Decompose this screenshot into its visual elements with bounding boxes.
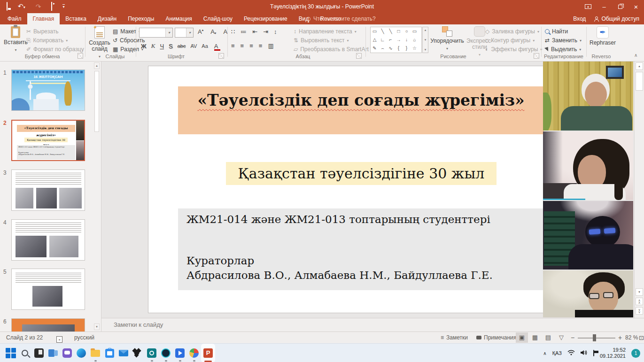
arc-shape-icon[interactable]: ⌢ — [379, 44, 387, 53]
down-arrow-shape-icon[interactable]: ↓ — [403, 36, 411, 44]
zoom-slider-track[interactable] — [578, 338, 615, 339]
tab-design[interactable]: Дизайн — [92, 13, 122, 24]
minimize-button[interactable]: – — [596, 0, 612, 13]
ellipse-shape-icon[interactable]: ○ — [403, 27, 411, 36]
thumbnail-slide-4[interactable] — [11, 219, 85, 261]
drawing-dialog-launcher[interactable]: ⋱ — [534, 53, 539, 59]
right-arrow-shape-icon[interactable]: → — [395, 36, 403, 44]
share-button[interactable]: Общий доступ — [594, 15, 639, 22]
taskbar-dropbox-button[interactable] — [131, 344, 145, 362]
taskbar-store-button[interactable] — [102, 344, 116, 362]
home-shape-icon[interactable]: ⌂ — [411, 36, 419, 44]
start-button[interactable] — [4, 344, 18, 362]
shapes-gallery[interactable]: ▭╲╲□○▭ △∟⌐→↓⌂ ✎⌢∿{}☆ — [370, 27, 422, 53]
scroll-down-button[interactable]: ▾ — [94, 323, 100, 330]
elbow-arrow-shape-icon[interactable]: ⌐ — [387, 36, 395, 44]
character-spacing-button[interactable]: AV — [190, 43, 197, 49]
taskbar-app-dark[interactable] — [32, 344, 46, 362]
task-view-button[interactable] — [46, 344, 60, 362]
slideshow-view-button[interactable]: ▽ — [555, 332, 567, 343]
taskbar-clock[interactable]: 19:52 09.12.2021 — [600, 347, 626, 359]
taskbar-webex-button[interactable] — [159, 344, 173, 362]
slide-scrollbar[interactable]: ▴ ▾ ∧∧ ∨∨ — [634, 62, 644, 318]
format-painter-button[interactable]: ✐Формат по образцу — [26, 46, 84, 53]
keyboard-language[interactable]: ҚАЗ — [552, 350, 562, 356]
thumbnail-slide-5[interactable] — [11, 269, 85, 310]
numbering-button[interactable]: ≔ — [241, 28, 247, 35]
webcam-feed-1[interactable] — [543, 62, 633, 131]
taskbar-search-button[interactable] — [18, 344, 32, 362]
thumbnail-scrollbar[interactable]: ▴ ▾ — [94, 62, 100, 331]
language-indicator[interactable]: русский — [74, 332, 94, 343]
elbow-shape-icon[interactable]: ∟ — [379, 36, 387, 44]
convert-smartart-button[interactable]: ▱Преобразовать в SmartArt▾ — [294, 46, 373, 53]
zoom-level[interactable]: 82 % — [625, 332, 638, 343]
spell-check-button[interactable]: × — [56, 332, 62, 343]
taskbar-paint3d-button[interactable] — [187, 344, 201, 362]
tab-transitions[interactable]: Переходы — [122, 13, 160, 24]
reading-view-button[interactable]: ▤ — [542, 332, 554, 343]
left-brace-shape-icon[interactable]: { — [395, 44, 403, 53]
replace-button[interactable]: ⇄Заменить▾ — [545, 37, 582, 44]
italic-button[interactable]: К — [151, 42, 155, 50]
zoom-in-button[interactable]: + — [618, 332, 622, 343]
tab-home[interactable]: Главная — [27, 13, 60, 24]
thumbnail-slide-3[interactable] — [11, 169, 85, 211]
shape-outline-button[interactable]: □Контур фигуры▾ — [485, 37, 535, 44]
strikethrough-button[interactable]: abc — [178, 43, 186, 49]
webcam-feed-2[interactable] — [543, 131, 633, 200]
thumbnail-slide-2-selected[interactable]: «Тәуелсіздік деп соғады жүрегіміз» Қазақ… — [11, 120, 85, 161]
align-center-button[interactable]: ≡ — [241, 42, 244, 49]
shape-effects-button[interactable]: ◐Эффекты фигуры▾ — [485, 46, 542, 53]
increase-indent-button[interactable]: ⇥ — [263, 28, 268, 35]
rounded-rect-shape-icon[interactable]: ▭ — [411, 27, 419, 36]
scroll-up-button[interactable]: ▴ — [636, 62, 643, 70]
ribbon-display-options-button[interactable]: ▴ — [580, 0, 596, 13]
right-brace-shape-icon[interactable]: } — [403, 44, 411, 53]
line-shape-icon[interactable]: ╲ — [379, 27, 387, 36]
clipboard-dialog-launcher[interactable]: ⋱ — [78, 53, 83, 59]
taskbar-teal-app-button[interactable] — [145, 344, 159, 362]
previous-slide-button[interactable]: ∧∧ — [636, 298, 643, 305]
taskbar-powerpoint-button[interactable]: P — [201, 344, 215, 362]
font-dialog-launcher[interactable]: ⋱ — [218, 53, 224, 59]
slide-canvas[interactable]: «Тәуелсіздік деп соғады жүрегіміз» Қазақ… — [148, 66, 543, 313]
shrink-font-button[interactable]: А▾ — [209, 28, 217, 35]
taskbar-mail-button[interactable] — [116, 344, 131, 362]
restore-button[interactable] — [612, 0, 628, 13]
notes-toggle-button[interactable]: ≡Заметки — [441, 332, 468, 343]
fit-slide-button[interactable]: ⊡ — [639, 332, 644, 344]
taskbar-chat-button[interactable] — [60, 344, 74, 362]
paste-button[interactable]: Вставить ▾ — [4, 26, 28, 53]
text-shadow-button[interactable]: S — [169, 43, 173, 50]
slide-title-box[interactable]: «Тәуелсіздік деп соғады жүрегіміз» — [178, 86, 544, 134]
notification-badge[interactable]: 1 — [631, 349, 640, 358]
text-direction-button[interactable]: ↕Направление текста▾ — [294, 28, 357, 35]
layout-button[interactable]: ▤Макет▾ — [113, 28, 140, 35]
webcam-feed-3[interactable] — [543, 201, 633, 270]
shapes-gallery-scroll[interactable]: ▴ ▾ ▾ — [422, 27, 428, 53]
justify-button[interactable]: ≡ — [259, 42, 263, 49]
font-color-button[interactable]: А — [213, 43, 220, 50]
font-name-combo[interactable]: ▾ — [139, 28, 173, 38]
thumbnail-slide-6[interactable] — [11, 318, 85, 331]
scroll-down-button[interactable]: ▾ — [636, 288, 643, 296]
tray-overflow-button[interactable]: ∧ — [543, 351, 546, 356]
arrange-button[interactable]: Упорядочить ▾ — [430, 26, 464, 52]
curve-shape-icon[interactable]: ∿ — [387, 44, 395, 53]
taskbar-explorer-button[interactable] — [88, 344, 102, 362]
taskbar-films-button[interactable] — [173, 344, 187, 362]
collapse-ribbon-button[interactable]: ∧ — [634, 53, 637, 58]
bold-button[interactable]: Ж — [141, 43, 147, 50]
shape-fill-button[interactable]: ◇Заливка фигуры▾ — [485, 28, 539, 35]
webcam-feed-4[interactable] — [543, 270, 633, 317]
star-shape-icon[interactable]: ☆ — [411, 44, 419, 53]
find-button[interactable]: Найти — [545, 28, 568, 35]
grow-font-button[interactable]: А▴ — [196, 28, 205, 35]
zoom-slider-thumb[interactable] — [593, 334, 596, 341]
next-slide-button[interactable]: ∨∨ — [636, 307, 643, 315]
align-left-button[interactable]: ≡ — [231, 42, 235, 49]
thumbnail-slide-1[interactable]: 16 ЖЕЛТОҚСАН — [11, 69, 85, 111]
scribble-shape-icon[interactable]: ✎ — [371, 44, 379, 53]
reset-button[interactable]: ↺Сбросить — [113, 37, 145, 44]
